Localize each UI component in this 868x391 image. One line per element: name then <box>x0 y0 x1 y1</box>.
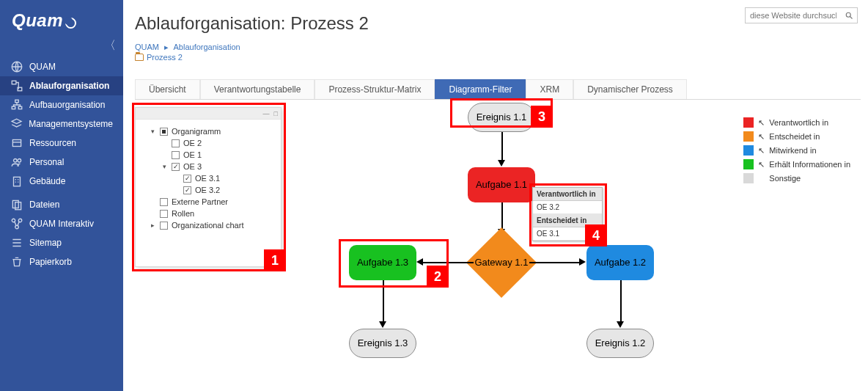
tab-dynamischer-prozess[interactable]: Dynamischer Prozess <box>573 79 687 99</box>
arrowhead-icon <box>617 321 624 328</box>
checkbox[interactable] <box>172 151 180 159</box>
tree-row-orgchart[interactable]: ▸Organizational chart <box>141 219 275 231</box>
checkbox-mixed[interactable] <box>160 128 168 136</box>
tab-verantwortungstabelle[interactable]: Verantwortungstabelle <box>200 79 315 99</box>
checkbox-checked[interactable] <box>183 186 191 194</box>
swatch-green <box>743 159 754 169</box>
trash-icon <box>10 257 23 267</box>
arrowhead-icon <box>498 160 505 167</box>
arrowhead-icon <box>416 258 423 266</box>
org-icon <box>10 100 23 110</box>
tree-row-oe3[interactable]: ▾OE 3 <box>141 161 275 172</box>
tree-label: Organigramm <box>172 127 221 136</box>
minimize-icon[interactable]: — <box>263 110 270 117</box>
nav-sitemap[interactable]: Sitemap <box>0 233 123 252</box>
box-icon <box>10 138 23 148</box>
checkbox[interactable] <box>172 139 180 147</box>
legend-sonstige: ↖Sonstige <box>743 173 850 183</box>
node-aufgabe-1-2[interactable]: Aufgabe 1.2 <box>586 245 654 280</box>
interactive-icon <box>10 219 23 229</box>
tree-row-rollen[interactable]: Rollen <box>141 208 275 219</box>
breadcrumb-prozess2[interactable]: Prozess 2 <box>147 53 183 62</box>
nav-dateien[interactable]: Dateien <box>0 195 123 214</box>
node-ereignis-1-3[interactable]: Ereignis 1.3 <box>349 329 416 358</box>
tree-row-oe32[interactable]: OE 3.2 <box>141 184 275 196</box>
annotation-number-1: 1 <box>264 249 286 271</box>
node-ereignis-1-2[interactable]: Ereignis 1.2 <box>586 329 654 358</box>
nav-label: QUAM Interaktiv <box>29 219 94 229</box>
tab-diagramm-filter[interactable]: Diagramm-Filter <box>435 79 526 99</box>
caret-down-icon[interactable]: ▾ <box>161 163 168 170</box>
caret-right-icon[interactable]: ▸ <box>149 222 156 229</box>
breadcrumb-quam[interactable]: QUAM <box>135 43 159 51</box>
edge <box>501 132 503 161</box>
nav-group: QUAM Ablauforganisation Aufbauorganisati… <box>0 57 123 271</box>
nav-aufbauorganisation[interactable]: Aufbauorganisation <box>0 95 123 114</box>
layers-icon <box>10 119 23 129</box>
brand-logo: Quam <box>0 0 123 38</box>
nav-personal[interactable]: Personal <box>0 153 123 172</box>
search-input[interactable] <box>746 8 841 23</box>
svg-point-8 <box>18 159 21 163</box>
nav-gebaeude[interactable]: Gebäude <box>0 172 123 191</box>
checkbox[interactable] <box>160 198 168 206</box>
swatch-red <box>743 117 754 128</box>
nav-label: Ressourcen <box>29 138 76 148</box>
flow-icon <box>10 81 23 91</box>
svg-rect-3 <box>15 100 19 102</box>
node-ereignis-1-1[interactable]: Ereignis 1.1 <box>468 103 535 132</box>
tree-label: Externe Partner <box>172 197 228 206</box>
search-button[interactable] <box>841 8 857 23</box>
swatch-blue <box>743 145 754 156</box>
maximize-icon[interactable]: □ <box>274 110 278 117</box>
legend: ↖Verantwortlich in ↖Entscheidet in ↖Mitw… <box>743 117 850 187</box>
search-box <box>745 7 858 23</box>
legend-label: Erhält Informationen in <box>769 160 850 169</box>
edge <box>422 262 474 263</box>
tab-uebersicht[interactable]: Übersicht <box>135 79 200 99</box>
breadcrumb-ablauforganisation[interactable]: Ablauforganisation <box>174 43 240 51</box>
checkbox-checked[interactable] <box>172 163 180 171</box>
tree-row-externe[interactable]: Externe Partner <box>141 196 275 208</box>
nav-ablauforganisation[interactable]: Ablauforganisation <box>0 76 123 95</box>
node-label: Ereignis 1.2 <box>595 338 646 348</box>
files-icon <box>10 200 23 210</box>
tab-xrm[interactable]: XRM <box>526 79 573 99</box>
node-gateway-1-1[interactable]: Gateway 1.1 <box>466 227 537 298</box>
nav-quam[interactable]: QUAM <box>0 57 123 76</box>
sitemap-icon <box>10 238 23 248</box>
legend-label: Verantwortlich in <box>769 118 828 127</box>
sidebar-collapse-icon[interactable]: 〈 <box>104 38 116 54</box>
nav-label: Sitemap <box>29 238 62 248</box>
page-title: Ablauforganisation: Prozess 2 <box>135 13 369 34</box>
checkbox[interactable] <box>160 222 168 230</box>
legend-label: Sonstige <box>769 174 801 183</box>
legend-verantwortlich: ↖Verantwortlich in <box>743 117 850 128</box>
tooltip-heading-verantwortlich: Verantwortlich in <box>533 188 602 201</box>
tree-row-oe31[interactable]: OE 3.1 <box>141 172 275 184</box>
node-aufgabe-1-1[interactable]: Aufgabe 1.1 <box>468 167 535 202</box>
checkbox[interactable] <box>160 210 168 218</box>
caret-down-icon[interactable]: ▾ <box>149 128 156 135</box>
nav-ressourcen[interactable]: Ressourcen <box>0 134 123 153</box>
tree-row-organigramm[interactable]: ▾Organigramm <box>141 125 275 137</box>
swatch-orange <box>743 131 754 142</box>
arrow-icon: ↖ <box>758 132 765 142</box>
tree-row-oe2[interactable]: OE 2 <box>141 137 275 149</box>
node-label: Ereignis 1.3 <box>358 338 408 348</box>
node-aufgabe-1-3[interactable]: Aufgabe 1.3 <box>349 245 416 280</box>
tree-row-oe1[interactable]: OE 1 <box>141 149 275 161</box>
legend-mitwirkend: ↖Mitwirkend in <box>743 145 850 156</box>
tree-label: OE 3.2 <box>195 186 220 194</box>
nav-papierkorb[interactable]: Papierkorb <box>0 252 123 271</box>
tree-label: Rollen <box>172 209 194 218</box>
nav-quam-interaktiv[interactable]: QUAM Interaktiv <box>0 214 123 233</box>
checkbox-checked[interactable] <box>183 175 191 183</box>
nav-managementsysteme[interactable]: Managementsysteme <box>0 114 123 134</box>
brand-moon-icon <box>65 18 76 29</box>
arrow-icon: ↖ <box>758 118 765 128</box>
tab-prozess-struktur-matrix[interactable]: Prozess-Struktur-Matrix <box>315 79 435 99</box>
arrow-icon: ↖ <box>758 146 765 156</box>
legend-erhaelt: ↖Erhält Informationen in <box>743 159 850 169</box>
node-label: Ereignis 1.1 <box>477 112 527 123</box>
